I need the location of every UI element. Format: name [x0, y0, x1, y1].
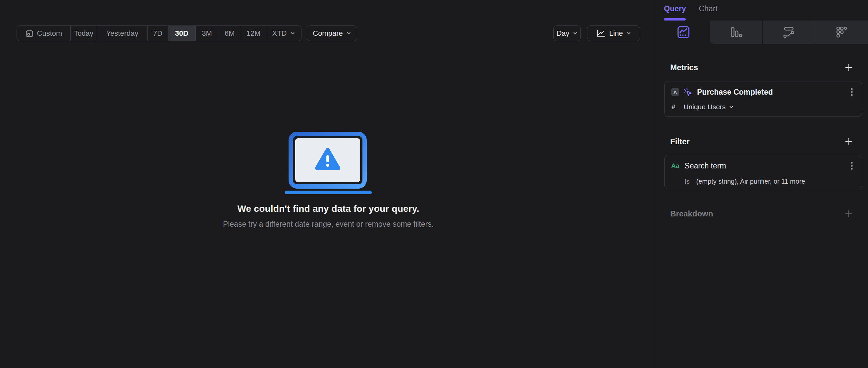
breakdown-title: Breakdown	[670, 209, 713, 219]
date-range-6m[interactable]: 6M	[218, 26, 241, 41]
metrics-section-header: Metrics	[670, 63, 853, 72]
aggregation-dropdown[interactable]: # Unique Users	[672, 103, 862, 111]
kebab-icon[interactable]	[850, 87, 853, 97]
filter-condition[interactable]: Is (empty string), Air purifier, or 11 m…	[684, 178, 862, 185]
date-range-picker: Custom Today Yesterday 7D 30D 3M 6M 12M …	[17, 26, 302, 41]
main-canvas: Custom Today Yesterday 7D 30D 3M 6M 12M …	[0, 0, 657, 368]
breakdown-section-header: Breakdown	[670, 209, 853, 219]
insights-report-page: Custom Today Yesterday 7D 30D 3M 6M 12M …	[0, 0, 868, 368]
analysis-type-tabs	[657, 21, 868, 44]
date-range-today[interactable]: Today	[70, 26, 97, 41]
date-range-7d[interactable]: 7D	[148, 26, 168, 41]
add-filter-button[interactable]	[845, 138, 853, 145]
filter-card[interactable]: Aa Search term Is (empty string), Air pu…	[664, 155, 862, 189]
query-panel: Query Chart	[657, 0, 868, 368]
metric-letter-badge: A	[671, 88, 679, 96]
date-range-xtd[interactable]: XTD	[266, 26, 301, 41]
funnel-bars-icon	[730, 26, 742, 38]
line-chart-icon	[596, 29, 606, 38]
empty-state-title: We couldn't find any data for your query…	[238, 203, 420, 214]
tab-query[interactable]: Query	[664, 4, 686, 21]
plus-icon	[845, 138, 853, 145]
tab-funnels[interactable]	[710, 21, 762, 44]
insights-chart-icon	[677, 26, 690, 39]
kebab-icon[interactable]	[850, 161, 853, 170]
tab-retention[interactable]	[815, 21, 868, 44]
aggregation-label: Unique Users	[683, 103, 725, 111]
date-range-30d[interactable]: 30D	[168, 26, 196, 41]
panel-tabs: Query Chart	[657, 0, 868, 21]
tab-flows[interactable]	[762, 21, 815, 44]
metrics-title: Metrics	[670, 63, 698, 72]
flows-icon	[782, 26, 795, 38]
date-range-3m[interactable]: 3M	[196, 26, 218, 41]
filter-value: (empty string), Air purifier, or 11 more	[696, 178, 805, 185]
date-range-12m[interactable]: 12M	[241, 26, 266, 41]
filter-row: Aa Search term	[671, 161, 853, 171]
filter-operator: Is	[684, 178, 690, 185]
chevron-down-icon	[573, 31, 578, 36]
inactive-tab-strip	[710, 21, 868, 44]
add-metric-button[interactable]	[845, 64, 853, 71]
empty-state-subtitle: Please try a different date range, event…	[223, 220, 434, 229]
filter-property-name[interactable]: Search term	[684, 162, 726, 170]
tab-chart[interactable]: Chart	[699, 4, 717, 21]
chevron-down-icon	[729, 105, 734, 109]
chevron-down-icon	[626, 31, 631, 36]
retention-dots-icon	[836, 26, 848, 38]
plus-icon	[845, 64, 853, 71]
chart-type-button[interactable]: Line	[587, 26, 640, 41]
filter-section-header: Filter	[670, 137, 853, 146]
compare-button[interactable]: Compare	[307, 26, 357, 41]
string-type-icon: Aa	[671, 162, 679, 169]
date-range-label: Custom	[37, 29, 62, 38]
filter-title: Filter	[670, 137, 690, 146]
event-cursor-icon	[683, 87, 692, 97]
plus-icon	[845, 210, 853, 218]
chevron-down-icon	[290, 31, 295, 36]
empty-state: We couldn't find any data for your query…	[0, 132, 657, 229]
metric-row: A Purchase Completed	[671, 87, 853, 97]
view-controls: Day Line	[553, 26, 640, 41]
date-toolbar: Custom Today Yesterday 7D 30D 3M 6M 12M …	[17, 26, 357, 41]
metric-event-name[interactable]: Purchase Completed	[697, 88, 773, 97]
date-range-yesterday[interactable]: Yesterday	[97, 26, 148, 41]
chevron-down-icon	[346, 31, 351, 36]
metric-card[interactable]: A Purchase Completed # Unique Users	[664, 81, 862, 117]
laptop-warning-illustration	[285, 132, 372, 195]
tab-insights[interactable]	[657, 21, 710, 44]
date-range-custom[interactable]: Custom	[17, 26, 70, 41]
calendar-icon	[25, 29, 34, 38]
hash-icon: #	[672, 103, 675, 111]
granularity-button[interactable]: Day	[553, 26, 581, 41]
add-breakdown-button[interactable]	[845, 210, 853, 218]
